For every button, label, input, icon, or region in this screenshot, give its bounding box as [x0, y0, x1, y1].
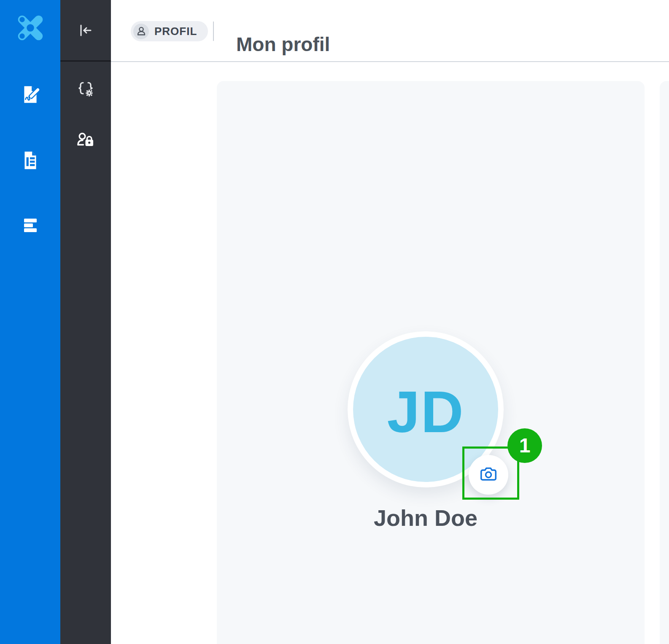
sidebar-item-signature[interactable]	[0, 81, 60, 108]
badge-avatar-circle	[133, 24, 149, 39]
code-settings-icon	[75, 78, 96, 99]
collapse-sidebar-icon	[77, 22, 94, 39]
x-logo-icon	[15, 13, 46, 43]
header-divider	[213, 22, 214, 41]
sidebar-item-user-permissions[interactable]	[60, 127, 111, 154]
avatar-initials: JD	[387, 378, 464, 446]
sidebar-item-code-settings[interactable]	[60, 75, 111, 102]
list-bars-icon	[24, 215, 37, 235]
sidebar-item-documents[interactable]	[0, 147, 60, 174]
primary-sidebar	[0, 0, 60, 644]
user-lock-icon	[75, 132, 96, 149]
file-invoice-icon	[20, 150, 41, 171]
screen: PROFIL Mon profil JD John Doe 1	[0, 0, 669, 644]
app-logo[interactable]	[15, 13, 46, 43]
camera-icon	[479, 465, 498, 484]
breadcrumb-badge: PROFIL	[131, 21, 208, 41]
secondary-sidebar	[60, 0, 111, 644]
sidebar-divider	[60, 60, 111, 62]
page-header: PROFIL Mon profil	[111, 0, 669, 62]
sidebar-item-list[interactable]	[0, 211, 60, 238]
breadcrumb-badge-label: PROFIL	[154, 25, 197, 38]
file-signature-icon	[20, 84, 41, 105]
page-title: Mon profil	[236, 33, 330, 55]
user-icon	[136, 26, 147, 37]
change-avatar-button[interactable]	[469, 455, 508, 495]
next-card-edge	[660, 81, 669, 644]
profile-name: John Doe	[329, 505, 523, 531]
collapse-sidebar-button[interactable]	[60, 0, 111, 60]
